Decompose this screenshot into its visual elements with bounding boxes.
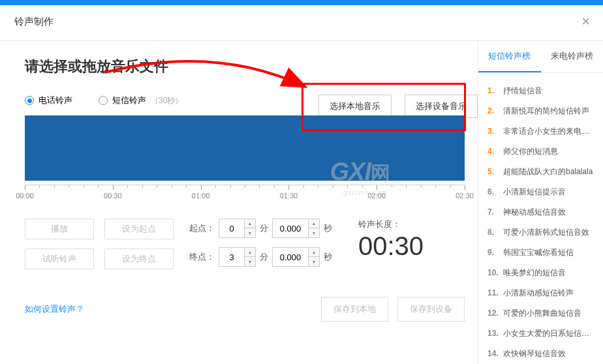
chevron-down-icon[interactable]: ▼ [309, 257, 319, 266]
start-second-input[interactable] [273, 219, 308, 237]
rank-item[interactable]: 1.抒情短信音 [487, 81, 594, 101]
end-label: 终点： [189, 251, 215, 263]
radio-icon [99, 96, 108, 105]
rank-text: 可爱小清新韩式短信音效 [503, 227, 589, 238]
rank-text: 欢快钢琴短信音效 [503, 348, 566, 359]
radio-sms-ringtone[interactable]: 短信铃声 （30秒） [99, 95, 183, 106]
rank-number: 1. [487, 86, 499, 95]
chevron-down-icon[interactable]: ▼ [245, 257, 255, 266]
rank-number: 9. [487, 248, 499, 257]
timeline-ruler: 00:0000:3001:0001:3002:0002:30 [25, 185, 465, 199]
close-icon[interactable]: × [581, 13, 590, 30]
end-second-input[interactable] [273, 248, 308, 266]
save-local-button[interactable]: 保存到本地 [321, 297, 388, 322]
main-title: 请选择或拖放音乐文件 [25, 57, 465, 76]
tick-label: 01:30 [280, 192, 298, 200]
rank-number: 2. [487, 106, 499, 115]
chevron-up-icon[interactable]: ▲ [245, 248, 255, 257]
tab-call-rank[interactable]: 来电铃声榜 [541, 41, 604, 72]
rank-item[interactable]: 6.小清新短信提示音 [487, 182, 594, 202]
rank-text: 非常适合小女生的来电炫彩... [503, 126, 594, 137]
rank-text: 超能陆战队大白的balalala [503, 166, 593, 177]
tick-label: 01:00 [192, 192, 210, 200]
play-button[interactable]: 播放 [25, 219, 94, 239]
start-minute-stepper[interactable]: ▲▼ [219, 219, 256, 238]
chevron-up-icon[interactable]: ▲ [245, 219, 255, 228]
rank-number: 4. [487, 147, 499, 156]
rank-item[interactable]: 3.非常适合小女生的来电炫彩... [487, 121, 594, 142]
start-second-stepper[interactable]: ▲▼ [272, 219, 320, 238]
radio-label: 电话铃声 [39, 95, 72, 106]
radio-phone-ringtone[interactable]: 电话铃声 [25, 95, 72, 106]
rank-text: 小清新动感短信铃声 [503, 288, 574, 299]
rank-text: 小女生大爱的日系短信铃声 [503, 328, 594, 339]
help-link[interactable]: 如何设置铃声？ [25, 303, 84, 315]
rank-text: 清新悦耳的简约短信铃声 [503, 106, 589, 117]
tick-label: 02:30 [456, 192, 474, 200]
waveform-display[interactable]: GXI网 gxlcms.com [25, 115, 465, 181]
rank-number: 12. [487, 309, 499, 318]
chevron-up-icon[interactable]: ▲ [309, 248, 319, 257]
rank-number: 7. [487, 207, 499, 217]
duration-value: 00:30 [358, 232, 424, 261]
rank-item[interactable]: 11.小清新动感短信铃声 [487, 283, 594, 303]
chevron-up-icon[interactable]: ▲ [309, 219, 319, 228]
start-minute-input[interactable] [219, 219, 244, 237]
tick-label: 02:00 [367, 192, 386, 200]
rank-item[interactable]: 14.欢快钢琴短信音效 [487, 344, 594, 364]
rank-item[interactable]: 13.小女生大爱的日系短信铃声 [487, 324, 594, 344]
rank-number: 6. [487, 187, 499, 196]
rank-text: 师父你的短消息 [503, 146, 558, 157]
duration-label: 铃声长度： [358, 219, 424, 230]
rank-number: 5. [487, 167, 499, 176]
rank-number: 3. [487, 127, 499, 136]
rank-item[interactable]: 9.韩国宝宝喊你看短信 [487, 243, 594, 263]
rank-item[interactable]: 2.清新悦耳的简约短信铃声 [487, 101, 594, 121]
select-local-music-button[interactable]: 选择本地音乐 [318, 95, 392, 118]
watermark: GXI网 [330, 158, 390, 187]
rank-item[interactable]: 5.超能陆战队大白的balalala [487, 162, 594, 182]
rank-number: 13. [487, 329, 499, 338]
rank-item[interactable]: 12.可爱的小熊舞曲短信音 [487, 303, 594, 324]
preview-button[interactable]: 试听铃声 [25, 249, 94, 269]
end-minute-input[interactable] [219, 248, 244, 266]
header: 铃声制作 × [0, 5, 603, 41]
rank-text: 唯美梦幻的短信音 [503, 267, 566, 279]
main-panel: 请选择或拖放音乐文件 选择本地音乐 选择设备音乐 电话铃声 短信铃声 （30秒）… [0, 41, 478, 364]
chevron-down-icon[interactable]: ▼ [245, 228, 255, 237]
set-end-button[interactable]: 设为终点 [104, 249, 174, 269]
tab-sms-rank[interactable]: 短信铃声榜 [478, 41, 541, 72]
rank-item[interactable]: 10.唯美梦幻的短信音 [487, 263, 594, 283]
rank-number: 8. [487, 228, 499, 237]
tick-label: 00:30 [104, 192, 122, 200]
radio-tip: （30秒） [151, 95, 183, 106]
rank-item[interactable]: 7.神秘动感短信音效 [487, 202, 594, 222]
end-minute-stepper[interactable]: ▲▼ [219, 247, 256, 267]
end-second-stepper[interactable]: ▲▼ [272, 247, 320, 267]
rank-list: 1.抒情短信音2.清新悦耳的简约短信铃声3.非常适合小女生的来电炫彩...4.师… [478, 73, 603, 364]
page-title: 铃声制作 [14, 16, 54, 28]
radio-label: 短信铃声 [112, 95, 146, 106]
rank-text: 神秘动感短信音效 [503, 207, 566, 218]
rank-text: 韩国宝宝喊你看短信 [503, 247, 574, 258]
rank-number: 11. [487, 288, 499, 297]
tick-label: 00:00 [16, 192, 34, 200]
save-device-button[interactable]: 保存到设备 [397, 297, 465, 322]
rank-text: 抒情短信音 [503, 85, 542, 97]
rank-text: 小清新短信提示音 [503, 187, 566, 198]
start-label: 起点： [189, 222, 215, 234]
rank-number: 14. [487, 349, 499, 358]
radio-icon [25, 96, 34, 105]
select-device-music-button[interactable]: 选择设备音乐 [405, 95, 478, 118]
chevron-down-icon[interactable]: ▼ [309, 228, 319, 237]
set-start-button[interactable]: 设为起点 [104, 219, 174, 239]
rank-number: 10. [487, 268, 499, 277]
rank-text: 可爱的小熊舞曲短信音 [503, 308, 581, 319]
sidebar: 短信铃声榜 来电铃声榜 1.抒情短信音2.清新悦耳的简约短信铃声3.非常适合小女… [478, 41, 603, 364]
rank-item[interactable]: 8.可爱小清新韩式短信音效 [487, 222, 594, 243]
rank-item[interactable]: 4.师父你的短消息 [487, 142, 594, 162]
